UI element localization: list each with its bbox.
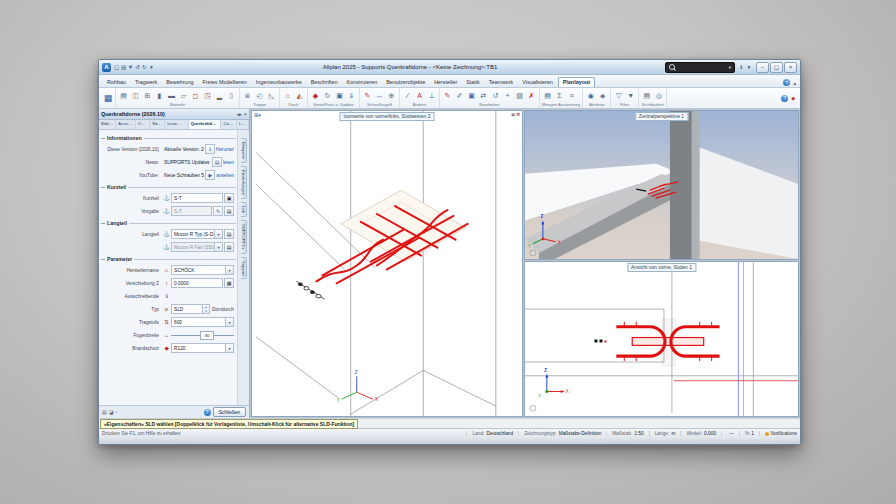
save-icon[interactable]: ▼ <box>127 64 134 70</box>
attribute-icon[interactable]: ◉ <box>585 89 596 102</box>
menu-tab[interactable]: Beschriften <box>307 78 342 87</box>
viewport-isometric[interactable]: ⊞▾ Isometrie von vorne/links, Südwesten … <box>251 110 523 417</box>
palette-tab[interactable]: Ebenen <box>150 120 165 129</box>
fugenbreite-slider[interactable]: 30 <box>171 331 234 339</box>
palette-tab[interactable]: Querkraftdorne (20... <box>189 120 222 129</box>
menu-tab[interactable]: Rohbau <box>103 78 130 87</box>
fugenbreite-value[interactable]: 30 <box>200 331 214 340</box>
status-field[interactable]: Land: Deutschland <box>466 431 518 436</box>
status-field[interactable]: --- <box>721 431 739 436</box>
info-icon[interactable]: ℹ <box>737 64 745 70</box>
layer-icon[interactable]: ▤ <box>641 89 652 102</box>
wall-icon[interactable]: ▤ <box>118 89 129 102</box>
skylight-icon[interactable]: ◭ <box>294 89 305 102</box>
search-box[interactable]: ▾ <box>665 62 735 73</box>
chevron-down-icon[interactable]: ▾ <box>215 229 223 239</box>
hersteller-select[interactable]: SCHÖCK <box>171 265 226 275</box>
langteil-select[interactable]: Mocon R Typ (S-D 150 +… <box>171 229 215 239</box>
filter-icon[interactable]: ▽ <box>613 89 624 102</box>
info-icon[interactable]: ℹ <box>162 293 171 299</box>
ramp-icon[interactable]: ◺ <box>266 89 277 102</box>
palette-side-tab[interactable]: Support <box>241 257 247 280</box>
quick-measure-icon[interactable]: ↔ <box>374 89 385 102</box>
delete-icon[interactable]: ✗ <box>526 89 537 102</box>
menu-tab[interactable]: Teamwork <box>485 78 518 87</box>
viewport-menu-icon[interactable]: ⊞▾ <box>254 112 261 118</box>
window-icon[interactable]: ⊞ <box>142 89 153 102</box>
redo-icon[interactable]: ↻ <box>141 64 148 70</box>
chimney-icon[interactable]: ▯ <box>226 89 237 102</box>
menu-tab[interactable]: Freies Modellieren <box>198 78 250 87</box>
palette-close-icon[interactable]: × <box>244 111 247 117</box>
close-button[interactable]: × <box>784 62 797 73</box>
verschiebung-input[interactable]: 0.0000 <box>171 278 223 288</box>
play-icon[interactable]: ▶ <box>205 170 215 180</box>
format-brush-icon[interactable]: ✐ <box>454 89 465 102</box>
tag-icon[interactable]: ◈ <box>597 89 608 102</box>
update-icon[interactable]: ↻ <box>322 89 333 102</box>
help-icon[interactable]: ? <box>783 79 790 86</box>
foundation-icon[interactable]: ▂ <box>214 89 225 102</box>
menu-caret-icon[interactable]: ▾ <box>745 64 753 70</box>
chevron-down-icon[interactable]: ▾ <box>226 343 234 353</box>
list-icon[interactable]: ≡ <box>566 89 577 102</box>
text-icon[interactable]: A <box>414 89 425 102</box>
library-icon[interactable]: ▤ <box>224 206 234 216</box>
library-icon[interactable]: ▤ <box>224 242 234 252</box>
copy-icon[interactable]: ▣ <box>466 89 477 102</box>
status-field[interactable]: Maßstab: 1:50 <box>606 431 648 436</box>
smartpart-icon[interactable]: ◆ <box>310 89 321 102</box>
palette-help-icon[interactable]: ? <box>204 409 211 416</box>
tragstufe-select[interactable]: 600 <box>171 317 226 327</box>
download-link[interactable]: Herunterladen <box>216 147 234 152</box>
draw-line-icon[interactable]: ∕ <box>402 89 413 102</box>
langteil-fallback-select[interactable]: Mocon R Fail (S50 S)… <box>171 242 215 252</box>
pin-icon[interactable]: ◪ <box>109 409 114 415</box>
viewport-title[interactable]: Ansicht von vorne, Süden 1 <box>627 263 696 272</box>
menu-tab[interactable]: Bewehrung <box>162 78 197 87</box>
window-resize-edge[interactable] <box>99 438 800 444</box>
quick-zoom-icon[interactable]: ⊕ <box>386 89 397 102</box>
menu-tab[interactable]: Ingenieurbauwerke <box>252 78 306 87</box>
vorgabe-input[interactable]: S-T <box>171 206 212 216</box>
spiral-stair-icon[interactable]: ◴ <box>254 89 265 102</box>
search-caret-icon[interactable]: ▾ <box>729 65 731 70</box>
viewport-title[interactable]: Zentralperspektive 1 <box>635 112 688 121</box>
menu-tab[interactable]: Planlayout <box>558 77 595 87</box>
open-icon[interactable]: ▤ <box>120 64 127 70</box>
library-icon[interactable]: ▤ <box>224 229 234 239</box>
typ-spinner[interactable]: SLD <box>171 304 203 314</box>
allplan-logo-icon[interactable]: A <box>102 63 111 72</box>
catalog-icon[interactable]: ▣ <box>334 89 345 102</box>
report-icon[interactable]: ▤ <box>542 89 553 102</box>
visibility-icon[interactable]: ◎ <box>653 89 664 102</box>
dimension-icon[interactable]: ⊥ <box>426 89 437 102</box>
print-icon[interactable]: ▤ <box>102 409 107 415</box>
ribbon-pin-icon[interactable]: ◆ <box>791 95 795 101</box>
chevron-down-icon[interactable]: ▾ <box>215 242 223 252</box>
menu-tab[interactable]: Statik <box>462 78 483 87</box>
move-icon[interactable]: + <box>502 89 513 102</box>
apply-icon[interactable]: ✎ <box>213 206 223 216</box>
browse-icon[interactable]: ▣ <box>224 193 234 203</box>
viewport-title[interactable]: Isometrie von vorne/links, Südwesten 2 <box>340 112 435 121</box>
palette-tab[interactable]: Layer <box>237 120 249 129</box>
menu-tab[interactable]: Tragwerk <box>131 78 161 87</box>
chevron-down-icon[interactable]: ▾ <box>226 265 234 275</box>
youtube-link[interactable]: ansehen <box>216 173 234 178</box>
beam-icon[interactable]: ▬ <box>166 89 177 102</box>
brandschutz-select[interactable]: R120 <box>171 343 226 353</box>
menu-tab[interactable]: Visualisieren <box>518 78 556 87</box>
download-icon[interactable]: ⇓ <box>346 89 357 102</box>
rotate-icon[interactable]: ↺ <box>490 89 501 102</box>
kurzteil-input[interactable]: S-T <box>171 193 223 203</box>
palette-side-tab[interactable]: SUPPORTS+ <box>241 220 247 253</box>
palette-side-tab[interactable]: Einstellungen <box>241 166 247 199</box>
news-icon[interactable]: ▤ <box>212 157 222 167</box>
palette-tab[interactable]: Issue Manager <box>165 120 189 129</box>
mirror-icon[interactable]: ⇄ <box>478 89 489 102</box>
ribbon-help-icon[interactable]: ? <box>781 95 788 102</box>
stair-icon[interactable]: ≣ <box>242 89 253 102</box>
column-icon[interactable]: ▮ <box>154 89 165 102</box>
minimize-button[interactable]: – <box>756 62 769 73</box>
